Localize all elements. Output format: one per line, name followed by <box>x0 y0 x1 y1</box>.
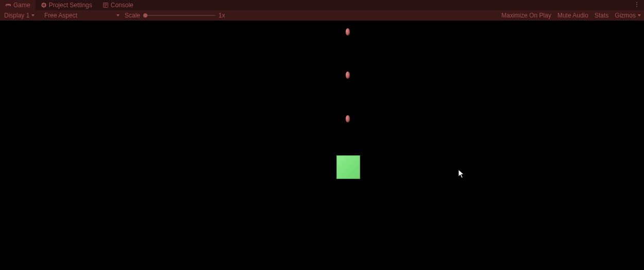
tab-console[interactable]: Console <box>97 0 139 10</box>
projectile <box>346 71 350 79</box>
scale-slider[interactable] <box>143 15 215 16</box>
gizmos-dropdown[interactable]: Gizmos <box>615 12 641 19</box>
scale-control: Scale 1x <box>125 12 225 19</box>
scale-value: 1x <box>218 12 225 19</box>
tab-project-settings-label: Project Settings <box>49 2 92 9</box>
game-viewport[interactable] <box>0 21 644 270</box>
tab-project-settings[interactable]: Project Settings <box>36 0 97 10</box>
projectile <box>346 115 350 122</box>
svg-point-2 <box>636 4 637 5</box>
mouse-cursor-icon <box>458 169 465 180</box>
aspect-value: Free Aspect <box>44 12 77 19</box>
maximize-on-play-toggle[interactable]: Maximize On Play <box>501 12 551 19</box>
projectile <box>346 28 350 35</box>
tab-console-label: Console <box>111 2 133 9</box>
chevron-down-icon <box>116 14 120 16</box>
stats-toggle[interactable]: Stats <box>595 12 608 19</box>
slider-thumb[interactable] <box>143 13 147 17</box>
tab-game[interactable]: Game <box>0 0 36 10</box>
svg-point-1 <box>636 2 637 3</box>
display-value: Display 1 <box>4 12 29 19</box>
player-cube <box>336 155 360 179</box>
tab-game-label: Game <box>13 2 30 9</box>
gizmos-label: Gizmos <box>615 12 636 19</box>
svg-point-3 <box>636 6 637 7</box>
gamepad-icon <box>5 2 11 8</box>
game-toolbar: Display 1 Free Aspect Scale 1x Maximize … <box>0 10 644 21</box>
toolbar-right-group: Maximize On Play Mute Audio Stats Gizmos <box>501 10 641 21</box>
kebab-menu[interactable] <box>634 0 640 10</box>
tab-bar: Game Project Settings Console <box>0 0 644 10</box>
aspect-dropdown[interactable]: Free Aspect <box>43 12 121 19</box>
gear-icon <box>41 2 47 8</box>
display-dropdown[interactable]: Display 1 <box>3 12 39 19</box>
chevron-down-icon <box>638 14 641 16</box>
scale-label: Scale <box>125 12 140 19</box>
console-icon <box>103 2 109 8</box>
kebab-icon <box>634 2 640 9</box>
chevron-down-icon <box>31 14 35 16</box>
mute-audio-toggle[interactable]: Mute Audio <box>557 12 588 19</box>
